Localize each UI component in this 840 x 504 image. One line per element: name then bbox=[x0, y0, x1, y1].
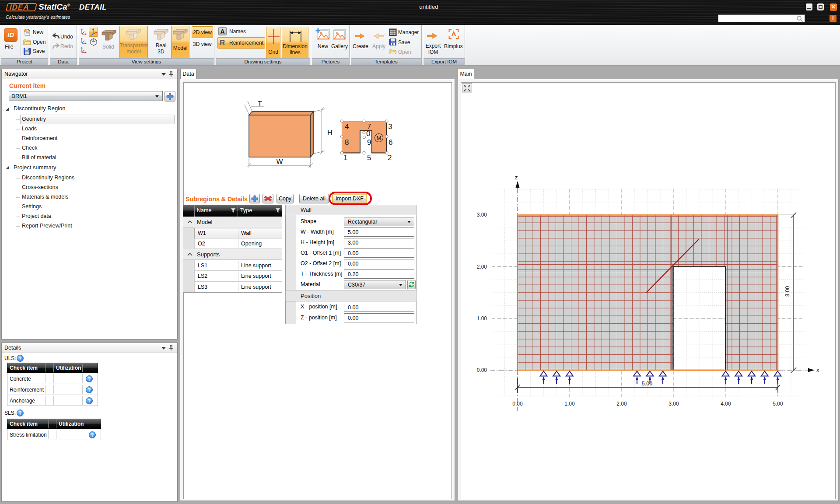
svg-text:z: z bbox=[515, 174, 518, 181]
svg-text:M: M bbox=[377, 135, 382, 141]
svg-text:H: H bbox=[327, 129, 332, 136]
svg-text:0: 0 bbox=[366, 130, 370, 138]
svg-text:6: 6 bbox=[388, 138, 392, 147]
svg-text:3.00: 3.00 bbox=[668, 401, 679, 407]
svg-text:1.00: 1.00 bbox=[477, 315, 487, 322]
svg-text:W: W bbox=[276, 158, 283, 165]
svg-text:3.00: 3.00 bbox=[784, 286, 791, 297]
svg-text:2.00: 2.00 bbox=[477, 264, 487, 270]
svg-text:3: 3 bbox=[388, 122, 392, 131]
svg-text:9: 9 bbox=[367, 138, 371, 147]
svg-text:5.00: 5.00 bbox=[642, 381, 652, 387]
svg-text:5: 5 bbox=[367, 154, 371, 162]
svg-text:2.00: 2.00 bbox=[616, 401, 627, 407]
svg-text:1: 1 bbox=[343, 154, 347, 162]
svg-text:1.00: 1.00 bbox=[564, 401, 575, 407]
svg-text:8: 8 bbox=[345, 138, 349, 147]
svg-text:x: x bbox=[816, 367, 819, 373]
svg-text:4.00: 4.00 bbox=[721, 401, 731, 407]
svg-text:T: T bbox=[258, 100, 262, 108]
svg-text:2: 2 bbox=[388, 154, 392, 162]
svg-text:5.00: 5.00 bbox=[773, 401, 783, 407]
svg-text:0.00: 0.00 bbox=[477, 367, 487, 373]
svg-text:3.00: 3.00 bbox=[477, 212, 487, 218]
svg-text:0.00: 0.00 bbox=[512, 401, 523, 407]
svg-text:4: 4 bbox=[345, 122, 349, 131]
